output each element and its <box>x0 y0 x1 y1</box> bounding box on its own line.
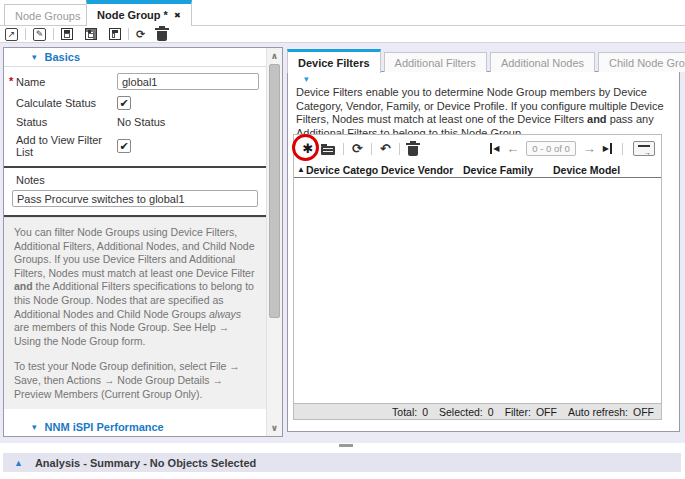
save-icon[interactable] <box>61 28 73 40</box>
analysis-title: Analysis - Summary - No Objects Selected <box>35 457 256 469</box>
column-header-device-vendor[interactable]: Device Vendor <box>381 164 463 176</box>
pagination-controls: ◀ ← 0 - 0 of 0 → ▶ <box>490 141 655 156</box>
delete-icon[interactable] <box>157 31 167 41</box>
calculate-status-label: Calculate Status <box>16 97 117 109</box>
auto-refresh-label: Auto refresh: <box>568 406 628 418</box>
calculate-status-row: Calculate Status ✔ <box>4 93 266 113</box>
form-left-panel: ▾ Basics * Name Calculate Status ✔ Statu… <box>3 47 283 437</box>
tab-additional-nodes[interactable]: Additional Nodes <box>490 52 595 72</box>
open-device-filter-icon[interactable] <box>321 146 335 155</box>
last-page-icon[interactable]: ▶ <box>603 143 612 154</box>
basics-section-title: Basics <box>45 51 80 63</box>
calculate-status-checkbox[interactable]: ✔ <box>117 96 131 110</box>
toolbar-separator <box>371 143 372 155</box>
name-label: Name <box>16 76 117 88</box>
nnmi-node-group-form-window: Node Groups ✖ Node Group * ✖ ↗ ✎ ⟳ ▾ <box>0 0 685 479</box>
help-paragraph-1: You can filter Node Groups using Device … <box>14 226 256 348</box>
total-label: Total: <box>392 406 417 418</box>
refresh-icon[interactable]: ⟳ <box>136 28 145 41</box>
tab-node-group-close-icon[interactable]: ✖ <box>174 11 181 20</box>
table-refresh-icon[interactable]: ⟳ <box>352 141 363 156</box>
selected-label: Selected: <box>439 406 483 418</box>
page-range-indicator: 0 - 0 of 0 <box>526 141 576 156</box>
save-and-new-icon[interactable] <box>109 28 121 40</box>
new-device-filter-icon[interactable]: ✱ <box>300 141 316 156</box>
form-left-content: ▾ Basics * Name Calculate Status ✔ Statu… <box>4 48 266 436</box>
tab-node-group-label: Node Group * <box>97 9 168 21</box>
next-page-icon[interactable]: → <box>583 141 596 156</box>
auto-refresh-value: OFF <box>633 406 654 418</box>
status-value: No Status <box>117 116 165 128</box>
scrollbar-thumb[interactable] <box>269 64 280 318</box>
toolbar-separator <box>399 143 400 155</box>
left-panel-scrollbar[interactable]: ∧ ∨ <box>266 48 282 436</box>
open-in-new-window-icon[interactable]: ↗ <box>5 28 18 41</box>
device-filters-table: ✱ ⟳ ↶ ◀ ← 0 - 0 of 0 → ▶ <box>293 134 662 420</box>
help-paragraph-2: To test your Node Group definition, sele… <box>14 360 256 401</box>
device-filters-tab-panel: ▾ Device Filters enable you to determine… <box>287 71 680 432</box>
status-label: Status <box>16 116 117 128</box>
filter-value: OFF <box>536 406 557 418</box>
name-field-row: * Name <box>4 70 266 93</box>
column-header-device-category[interactable]: ▲Device Catego <box>297 164 381 176</box>
table-status-bar: Total: 0 Selected: 0 Filter: OFF Auto re… <box>294 403 661 419</box>
toolbar-separator <box>128 28 129 40</box>
selected-value: 0 <box>488 406 494 418</box>
tab-child-node-groups[interactable]: Child Node Groups <box>598 52 685 72</box>
total-value: 0 <box>422 406 428 418</box>
view-filter-row: Add to View Filter List ✔ <box>4 131 266 161</box>
first-page-icon[interactable]: ◀ <box>490 143 499 154</box>
toolbar-separator <box>53 28 54 40</box>
nnm-ispi-collapse-icon[interactable]: ▾ <box>32 422 37 432</box>
analysis-expand-icon[interactable]: ▲ <box>14 458 23 468</box>
undo-icon[interactable]: ↶ <box>380 141 391 156</box>
form-toolbar: ↗ ✎ ⟳ <box>0 25 685 43</box>
nnm-ispi-section-title: NNM iSPI Performance <box>45 421 164 433</box>
notes-label: Notes <box>4 168 266 190</box>
open-table-view-icon[interactable] <box>633 141 655 156</box>
toolbar-separator <box>343 143 344 155</box>
toolbar-separator <box>25 28 26 40</box>
column-header-device-model[interactable]: Device Model <box>553 164 661 176</box>
name-input[interactable] <box>117 73 259 90</box>
table-delete-icon[interactable] <box>408 146 418 156</box>
basics-section-header[interactable]: ▾ Basics <box>4 48 266 67</box>
node-group-help-text: You can filter Node Groups using Device … <box>4 217 266 409</box>
top-tab-strip: Node Groups ✖ Node Group * ✖ <box>0 0 685 25</box>
toolbar-separator <box>622 143 623 155</box>
table-toolbar: ✱ ⟳ ↶ ◀ ← 0 - 0 of 0 → ▶ <box>294 135 661 162</box>
tab-device-filters[interactable]: Device Filters <box>287 49 381 73</box>
view-filter-checkbox[interactable]: ✔ <box>117 139 131 153</box>
table-body-empty <box>294 178 661 403</box>
tab-node-groups-label: Node Groups <box>15 10 80 22</box>
nnm-ispi-section-header[interactable]: ▾ NNM iSPI Performance <box>4 418 266 436</box>
description-collapse-icon[interactable]: ▾ <box>304 74 309 84</box>
notes-input[interactable] <box>12 190 258 207</box>
filter-label: Filter: <box>505 406 531 418</box>
device-filters-description: Device Filters enable you to determine N… <box>296 86 668 140</box>
tab-node-group-active[interactable]: Node Group * ✖ <box>86 0 192 26</box>
previous-page-icon[interactable]: ← <box>506 141 519 156</box>
save-and-close-icon[interactable] <box>85 28 97 40</box>
status-row: Status No Status <box>4 113 266 131</box>
required-marker: * <box>9 75 13 87</box>
basics-collapse-icon[interactable]: ▾ <box>32 52 37 62</box>
scroll-down-icon[interactable]: ∨ <box>267 421 282 435</box>
tab-additional-filters[interactable]: Additional Filters <box>384 52 487 72</box>
scroll-up-icon[interactable]: ∧ <box>267 49 282 63</box>
analysis-pane-header[interactable]: ▲ Analysis - Summary - No Objects Select… <box>3 453 681 472</box>
edit-form-icon[interactable]: ✎ <box>33 28 46 41</box>
view-filter-label: Add to View Filter List <box>16 134 117 158</box>
panel-drag-handle[interactable] <box>339 444 353 447</box>
filter-tab-strip: Device Filters Additional Filters Additi… <box>287 48 685 72</box>
column-header-device-family[interactable]: Device Family <box>463 164 553 176</box>
table-header-row: ▲Device Catego Device Vendor Device Fami… <box>294 162 661 178</box>
sort-ascending-icon: ▲ <box>297 165 305 174</box>
